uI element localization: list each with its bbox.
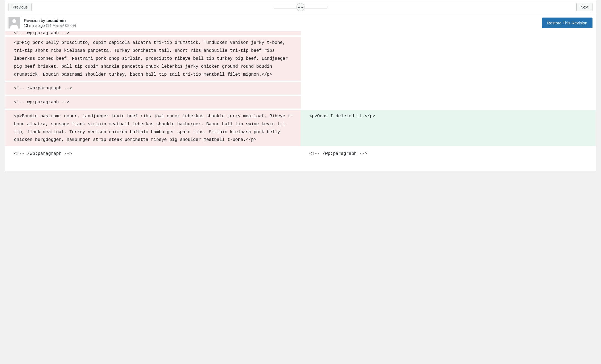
revision-compare-panel: Previous ◄ ► Next Revision by testadmin … [5, 0, 596, 171]
diff-left-cell: <p>Boudin pastrami doner, landjaeger kev… [5, 110, 301, 146]
diff-left-cell: <!-- /wp:paragraph --> [5, 82, 301, 95]
restore-revision-button[interactable]: Restore This Revision [542, 18, 592, 28]
diff-left-cell: <!-- wp:paragraph --> [5, 31, 301, 35]
revision-time-absolute: (14 Mar @ 08:09) [45, 23, 76, 28]
avatar [9, 17, 20, 29]
diff-table: <!-- wp:paragraph --> <p>Pig pork belly … [5, 31, 596, 160]
revision-info-left: Revision by testadmin 13 mins ago (14 Ma… [9, 17, 76, 29]
diff-container: <!-- wp:paragraph --> <p>Pig pork belly … [5, 31, 596, 160]
diff-right-cell: <!-- /wp:paragraph --> [301, 148, 596, 160]
revision-time-relative: 13 mins ago [24, 23, 45, 28]
revision-username: testadmin [46, 18, 66, 23]
diff-right-cell: <p>Oops I deleted it.</p> [301, 110, 596, 146]
diff-row: <!-- /wp:paragraph --> [5, 82, 596, 95]
diff-right-cell [301, 37, 596, 81]
revision-meta: Revision by testadmin 13 mins ago (14 Ma… [24, 18, 76, 28]
diff-right-cell [301, 82, 596, 95]
revision-by-prefix: Revision by [24, 18, 46, 23]
diff-row: <p>Boudin pastrami doner, landjaeger kev… [5, 110, 596, 146]
diff-row-partial: <!-- wp:paragraph --> [5, 31, 596, 35]
slider-handle[interactable]: ◄ ► [297, 3, 305, 11]
revision-info-bar: Revision by testadmin 13 mins ago (14 Ma… [5, 14, 596, 32]
default-avatar-icon [9, 17, 20, 29]
svg-point-1 [12, 19, 16, 23]
revision-time-line: 13 mins ago (14 Mar @ 08:09) [24, 23, 76, 28]
bottom-spacer [5, 160, 596, 171]
diff-row: <p>Pig pork belly prosciutto, cupim capi… [5, 37, 596, 81]
diff-right-cell [301, 31, 596, 35]
diff-left-cell: <!-- wp:paragraph --> [5, 96, 301, 109]
diff-right-cell [301, 96, 596, 109]
diff-row: <!-- /wp:paragraph --> <!-- /wp:paragrap… [5, 148, 596, 160]
previous-button[interactable]: Previous [9, 3, 32, 11]
diff-row: <!-- wp:paragraph --> [5, 96, 596, 109]
next-button[interactable]: Next [576, 3, 592, 11]
revision-author-line: Revision by testadmin [24, 18, 76, 23]
top-nav-bar: Previous ◄ ► Next [5, 0, 596, 14]
diff-left-cell: <p>Pig pork belly prosciutto, cupim capi… [5, 37, 301, 81]
diff-left-cell: <!-- /wp:paragraph --> [5, 148, 301, 160]
revision-slider[interactable]: ◄ ► [274, 6, 327, 8]
